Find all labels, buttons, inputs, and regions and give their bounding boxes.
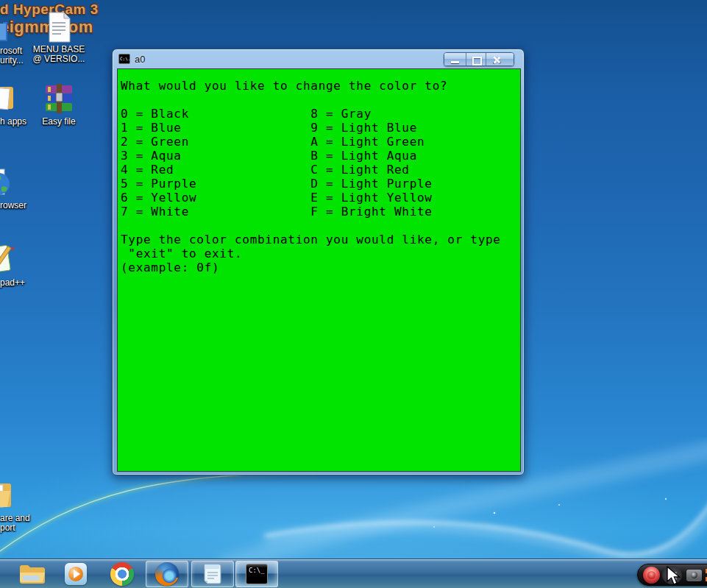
icon-label: are and port <box>0 514 37 533</box>
firefox-icon <box>155 562 179 586</box>
text-document-icon <box>31 10 87 43</box>
desktop-icon-easy-file[interactable]: Easy file <box>31 82 87 127</box>
taskbar: C:\_ <box>0 559 707 588</box>
maximize-button[interactable] <box>466 53 486 65</box>
cmd-icon: C:\_ <box>246 564 268 584</box>
taskbar-firefox-button[interactable] <box>146 561 188 587</box>
console-area[interactable]: What would you like to change the color … <box>117 68 521 472</box>
desktop: d HyperCam 3 eigmm.com rosoft urity... M… <box>0 0 707 588</box>
minimize-button[interactable] <box>444 53 466 65</box>
snapshot-camera-button[interactable] <box>686 570 702 581</box>
icon-label: pad++ <box>0 278 41 288</box>
icon-label: MENU BASE @ VERSIO... <box>31 45 87 64</box>
icon-label: Easy file <box>31 117 87 127</box>
caption-buttons <box>444 52 514 66</box>
hypercam-toolbar <box>637 564 707 586</box>
desktop-icon-browser[interactable]: rowser <box>0 166 38 210</box>
stop-button[interactable] <box>662 566 682 584</box>
cmd-window-icon: C:\. <box>118 54 130 64</box>
desktop-icon-share-folder[interactable]: are and port <box>0 479 37 533</box>
notepad-icon <box>202 562 224 586</box>
folder-icon <box>0 479 37 511</box>
notepad-plus-plus-icon <box>0 244 41 276</box>
console-text: What would you like to change the color … <box>118 69 520 274</box>
windows-explorer-icon <box>19 564 46 584</box>
close-button[interactable] <box>486 53 514 65</box>
globe-browser-icon <box>0 166 38 199</box>
windows-media-player-icon <box>65 563 87 585</box>
winrar-books-icon <box>31 82 87 115</box>
taskbar-notepad-button[interactable] <box>191 561 234 587</box>
record-button[interactable] <box>643 567 660 584</box>
taskbar-explorer-button[interactable] <box>19 564 46 584</box>
desktop-icon-notepad-plus-plus[interactable]: pad++ <box>0 244 41 288</box>
taskbar-chrome-button[interactable] <box>110 562 134 586</box>
chrome-icon <box>110 562 134 586</box>
cmd-window: C:\. a0 What would you like to change th… <box>112 49 525 475</box>
taskbar-cmd-button[interactable]: C:\_ <box>235 561 278 587</box>
icon-label: rowser <box>0 201 38 210</box>
taskbar-media-player-button[interactable] <box>65 563 88 587</box>
window-title: a0 <box>135 54 145 65</box>
desktop-icon-menu-base[interactable]: MENU BASE @ VERSIO... <box>31 10 87 64</box>
